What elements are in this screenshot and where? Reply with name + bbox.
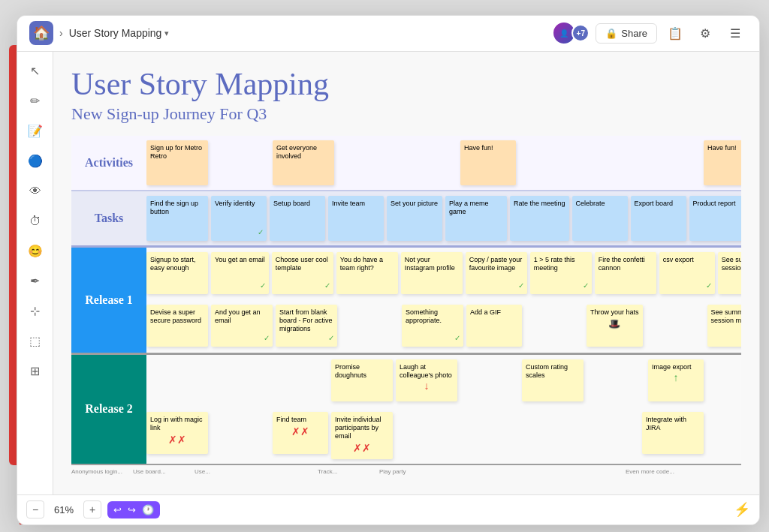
activities-cells: Sign up for Metro Retro Get everyone inv… [146,136,741,190]
r1-password[interactable]: Devise a super secure password [146,305,208,347]
avatar-count-badge[interactable]: +7 [571,24,590,42]
menu-icon-button[interactable]: ☰ [723,21,747,45]
r1-instagram[interactable]: Not your Instagram profile [401,252,463,294]
sticky-check: ✓ [258,228,264,238]
sticky-text: And you get an email [215,308,269,326]
board-title-header[interactable]: User Story Mapping ▾ [69,27,170,39]
board-main-title: User Story Mapping [71,67,741,101]
sidebar-icon-select[interactable]: ⊹ [22,298,49,325]
canvas: User Story Mapping New Sign-up Journey F… [53,52,759,494]
sticky-text: Integrate with JIRA [646,416,700,433]
r1-gif[interactable]: Add a GIF [466,305,522,347]
template-icon-button[interactable]: 📋 [663,21,687,45]
release2-content: Promise doughnuts Laugh at colleague's p… [146,355,741,464]
sidebar-icon-frame[interactable]: ⬚ [22,328,49,355]
sidebar: ↖ ✏ 📝 🔵 👁 ⏱ 😊 ✒ ⊹ ⬚ ⊞ [17,52,53,494]
sticky-text: Rate the meeting [514,200,565,208]
r1-metrics2[interactable]: See summary of session metrics [707,305,741,347]
sticky-check: ✓ [518,281,524,291]
sticky-text: Setup board [273,200,321,208]
r2-find-team[interactable]: Find team ✗✗ [273,412,328,454]
share-button[interactable]: 🔒 Share [596,23,657,44]
sticky-text: Sign up for Metro Retro [150,144,204,161]
sticky-text: Export board [635,200,683,208]
release1-subrow2: Devise a super secure password And you g… [146,300,741,353]
task-find-signup[interactable]: Find the sign up button [146,196,208,241]
redo-icon[interactable]: ↪ [126,503,137,517]
sticky-activity-fun2[interactable]: Have fun! [704,140,741,185]
task-report[interactable]: Product report [689,196,741,241]
r1-hats[interactable]: Throw your hats 🎩 [587,305,643,347]
sticky-check: ✓ [324,281,330,291]
r1-csv[interactable]: csv export ✓ [659,252,715,294]
r2-invite-email[interactable]: Invite individual participants by email … [331,412,393,459]
sticky-check: ✓ [454,334,460,344]
r1-template[interactable]: Choose user cool template ✓ [272,252,333,294]
r1-get-email[interactable]: You get an email ✓ [211,252,269,294]
sidebar-icon-note[interactable]: 📝 [22,118,49,145]
sticky-text: Promise doughnuts [335,363,389,380]
r1-confetti[interactable]: Fire the confetti cannon [595,252,656,294]
sidebar-icon-shape[interactable]: 🔵 [22,148,49,175]
task-verify[interactable]: Verify identity ✓ [211,196,267,241]
app-logo[interactable]: 🏠 [29,21,53,45]
r1-blank[interactable]: Start from blank board - For active migr… [276,305,337,347]
task-picture[interactable]: Set your picture [387,196,442,241]
task-invite[interactable]: Invite team [328,196,384,241]
task-setup[interactable]: Setup board [270,196,325,241]
settings-icon-button[interactable]: ⚙ [693,21,717,45]
sidebar-icon-eye[interactable]: 👁 [22,178,49,205]
release2-row: Release 2 Promise doughnuts [71,355,741,465]
undo-icon[interactable]: ↩ [112,503,123,517]
r1-signup-easy[interactable]: Signup to start, easy enough [146,252,208,294]
r2-laugh[interactable]: Laugh at colleague's photo ↓ [396,359,457,401]
share-lock-icon: 🔒 [605,28,617,39]
sticky-text: See summary of session metrics [711,308,741,326]
sticky-text: You get an email [215,256,265,264]
r2-rating[interactable]: Custom rating scales [522,359,584,401]
sticky-activity-signup[interactable]: Sign up for Metro Retro [146,140,208,185]
wifi-icon[interactable]: ⚡ [734,501,750,518]
r1-appropriate[interactable]: Something appropriate. ✓ [402,305,463,347]
sticky-text: Log in with magic link [150,416,204,433]
zoom-out-button[interactable]: − [26,500,44,518]
sidebar-icon-timer[interactable]: ⏱ [22,208,49,235]
history-clock-icon[interactable]: 🕐 [140,503,155,517]
sticky-text: Verify identity [215,200,263,208]
sticky-activity-involved[interactable]: Get everyone involved [273,140,334,185]
sidebar-icon-pen[interactable]: ✏ [22,88,49,115]
breadcrumb-chevron[interactable]: › [59,27,63,39]
task-celebrate[interactable]: Celebrate [572,196,628,241]
r2-magic[interactable]: Log in with magic link ✗✗ [146,412,208,454]
sidebar-icon-grid[interactable]: ⊞ [22,358,49,385]
sticky-activity-fun1[interactable]: Have fun! [460,140,516,185]
bottom-label-use: Use board... [133,468,191,475]
release2-subrow2: Log in with magic link ✗✗ Find team ✗✗ I… [146,407,741,464]
r1-paste[interactable]: Copy / paste your favourite image ✓ [466,252,527,294]
zoom-level-display: 61% [50,504,77,515]
r1-email2[interactable]: And you get an email ✓ [211,305,273,347]
task-rate[interactable]: Rate the meeting [510,196,569,241]
r1-metrics1[interactable]: See summary of session metrics [718,252,741,294]
sticky-text: Choose user cool template [276,256,330,273]
sticky-x1: ✗✗ [150,434,204,447]
r2-doughnuts[interactable]: Promise doughnuts [331,359,393,401]
sidebar-icon-cursor[interactable]: ↖ [22,58,49,85]
history-toolbar: ↩ ↪ 🕐 [107,501,160,518]
r2-jira[interactable]: Integrate with JIRA [642,412,704,454]
task-meme[interactable]: Play a meme game [445,196,507,241]
sticky-check: ✓ [328,334,334,344]
r1-rate[interactable]: 1 > 5 rate this meeting ✓ [530,252,592,294]
sidebar-icon-emoji[interactable]: 😊 [22,238,49,265]
sticky-check: ✓ [583,281,589,291]
r2-image-export[interactable]: Image export ↑ [648,359,704,401]
task-export[interactable]: Export board [631,196,686,241]
zoom-in-button[interactable]: + [83,500,101,518]
sticky-text: Play a meme game [449,200,503,217]
sticky-text: Start from blank board - For active migr… [279,308,333,334]
sticky-text: Set your picture [391,200,439,208]
r1-team[interactable]: You do have a team right? [336,252,398,294]
sticky-text: Invite individual participants by email [335,416,389,441]
sidebar-icon-edit[interactable]: ✒ [22,268,49,295]
activities-label: Activities [71,136,146,190]
